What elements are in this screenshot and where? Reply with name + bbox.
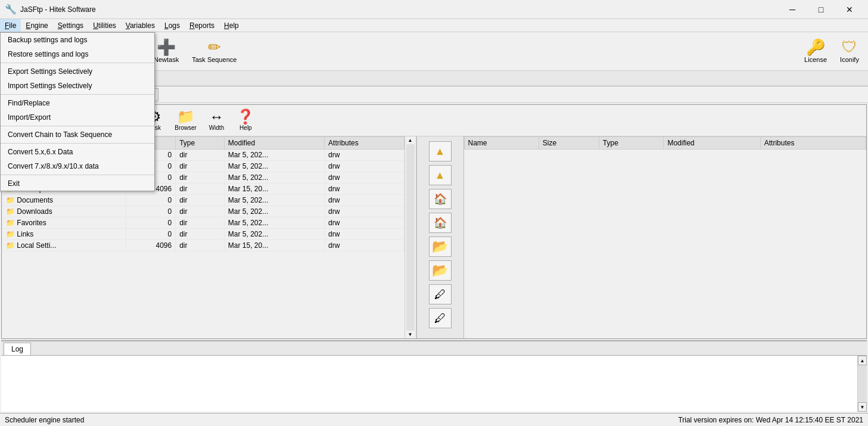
menu-item-convert7[interactable]: Convert 7.x/8.x/9.x/10.x data	[1, 159, 154, 173]
menu-item-restore[interactable]: Restore settings and logs	[1, 47, 154, 61]
minimize-button[interactable]: ─	[779, 0, 806, 19]
status-right: Trial version expires on: Wed Apr 14 12:…	[678, 416, 863, 424]
menu-item-backup[interactable]: Backup settings and logs	[1, 33, 154, 47]
file-modified-cell: Mar 5, 202...	[224, 172, 324, 184]
folder-icon: 📁	[6, 241, 15, 250]
file-type-cell: dir	[176, 195, 225, 206]
file-modified-cell: Mar 5, 202...	[224, 150, 324, 161]
file-attrs-cell: drw	[325, 161, 404, 172]
newtask-label: Newtask	[154, 56, 179, 63]
file-attrs-cell: drw	[325, 229, 404, 240]
folder-icon: 📁	[6, 230, 15, 238]
file-attrs-cell: drw	[325, 184, 404, 195]
log-scrollbar[interactable]: ▲ ▼	[857, 356, 867, 412]
left-col-modified: Modified	[224, 137, 324, 150]
nav-folder-right[interactable]: 📂	[429, 260, 452, 281]
menu-engine[interactable]: Engine	[21, 19, 52, 32]
tasksequence-icon: ✏	[208, 39, 221, 55]
left-col-attrs: Attributes	[325, 137, 404, 150]
menu-item-importexport[interactable]: Import/Export	[1, 110, 154, 125]
file-name-cell: 📁 Downloads	[2, 206, 126, 217]
file-name-cell: 📁 Local Setti...	[2, 240, 126, 251]
left-scroll-up[interactable]: ▲	[407, 136, 414, 144]
table-row[interactable]: 📁 Downloads 0 dir Mar 5, 202... drw	[2, 206, 405, 217]
log-content: ▲ ▼	[1, 356, 867, 412]
license-icon: 🔑	[806, 39, 825, 55]
file-attrs-cell: drw	[325, 206, 404, 217]
ftp-browser-btn[interactable]: 📁 Browser	[170, 108, 201, 133]
title-controls: ─ □ ✕	[779, 0, 863, 19]
file-type-cell: dir	[176, 184, 225, 195]
menu-item-convert5[interactable]: Convert 5.x,6.x Data	[1, 145, 154, 159]
tasksequence-label: Task Sequence	[192, 56, 237, 63]
menu-reports[interactable]: Reports	[185, 19, 219, 32]
right-col-attrs: Attributes	[760, 137, 866, 150]
menu-utilities[interactable]: Utilities	[88, 19, 121, 32]
menu-settings[interactable]: Settings	[53, 19, 88, 32]
right-col-type: Type	[599, 137, 664, 150]
table-row[interactable]: 📁 Favorites 0 dir Mar 5, 202... drw	[2, 217, 405, 229]
left-scrollbar[interactable]: ▲ ▼	[405, 136, 416, 338]
middle-buttons: ▲ ▲ 🏠 🏠 📂 📂 🖊 🖊	[416, 136, 464, 338]
menu-item-findreplace[interactable]: Find/Replace	[1, 96, 154, 110]
nav-upload[interactable]: 🏠	[429, 213, 452, 233]
log-tab-bar: Log	[1, 341, 867, 356]
toolbar-tasksequence-btn[interactable]: ✏ Task Sequence	[186, 36, 242, 66]
ftp-help-btn[interactable]: ❓ Help	[232, 108, 259, 133]
file-modified-cell: Mar 15, 20...	[224, 184, 324, 195]
iconify-label: Iconify	[840, 56, 859, 63]
file-type-cell: dir	[176, 206, 225, 217]
maximize-button[interactable]: □	[807, 0, 835, 19]
file-type-cell: dir	[176, 172, 225, 184]
left-scroll-down[interactable]: ▼	[407, 331, 414, 338]
menu-settings-label: Settings	[58, 21, 83, 30]
menu-bar: File Engine Settings Utilities Variables…	[0, 19, 868, 32]
log-scroll-down[interactable]: ▼	[858, 402, 867, 412]
file-attrs-cell: drw	[325, 240, 404, 251]
log-tab[interactable]: Log	[4, 343, 31, 355]
toolbar-license-btn[interactable]: 🔑 License	[799, 36, 832, 66]
menu-item-export[interactable]: Export Settings Selectively	[1, 64, 154, 79]
file-modified-cell: Mar 5, 202...	[224, 217, 324, 229]
menu-item-convertchain[interactable]: Convert Chain to Task Sequence	[1, 128, 154, 142]
nav-up-left[interactable]: ▲	[429, 141, 452, 161]
right-col-name: Name	[464, 137, 539, 150]
nav-folder-left[interactable]: 📂	[429, 237, 452, 257]
folder-icon: 📁	[6, 219, 15, 227]
file-attrs-cell: drw	[325, 150, 404, 161]
menu-variables-label: Variables	[126, 21, 155, 30]
file-size-cell: 4096	[126, 240, 176, 251]
table-row[interactable]: 📁 Local Setti... 4096 dir Mar 15, 20... …	[2, 240, 405, 251]
file-dropdown-menu: Backup settings and logs Restore setting…	[0, 32, 155, 191]
menu-utilities-label: Utilities	[93, 21, 116, 30]
menu-help[interactable]: Help	[219, 19, 244, 32]
table-row[interactable]: 📁 Links 0 dir Mar 5, 202... drw	[2, 229, 405, 240]
menu-item-import[interactable]: Import Settings Selectively	[1, 79, 154, 93]
nav-edit-right[interactable]: 🖊	[429, 308, 452, 328]
menu-variables[interactable]: Variables	[121, 19, 160, 32]
separator-3	[1, 126, 154, 126]
menu-logs[interactable]: Logs	[160, 19, 185, 32]
file-type-cell: dir	[176, 229, 225, 240]
iconify-icon: 🛡	[842, 39, 857, 55]
menu-item-exit[interactable]: Exit	[1, 176, 154, 191]
menu-file[interactable]: File	[0, 19, 21, 32]
table-row[interactable]: 📁 Documents 0 dir Mar 5, 202... drw	[2, 195, 405, 206]
ftp-width-btn[interactable]: ↔ Width	[203, 108, 230, 133]
nav-edit-left[interactable]: 🖊	[429, 284, 452, 304]
title-bar: 🔧 JaSFtp - Hitek Software ─ □ ✕	[0, 0, 868, 19]
close-button[interactable]: ✕	[836, 0, 863, 19]
browser-label: Browser	[175, 125, 197, 131]
file-type-cell: dir	[176, 217, 225, 229]
nav-up-right[interactable]: ▲	[429, 165, 452, 185]
toolbar-iconify-btn[interactable]: 🛡 Iconify	[835, 36, 864, 66]
right-file-scroll[interactable]: Name Size Type Modified Attributes	[464, 136, 867, 338]
nav-download[interactable]: 🏠	[429, 189, 452, 209]
log-scroll-up[interactable]: ▲	[858, 356, 867, 365]
newtask-icon: ➕	[157, 39, 176, 55]
menu-file-label: File	[5, 21, 16, 30]
file-modified-cell: Mar 5, 202...	[224, 206, 324, 217]
file-name-cell: 📁 Documents	[2, 195, 126, 206]
separator-2	[1, 94, 154, 95]
log-scroll-track	[858, 365, 867, 402]
